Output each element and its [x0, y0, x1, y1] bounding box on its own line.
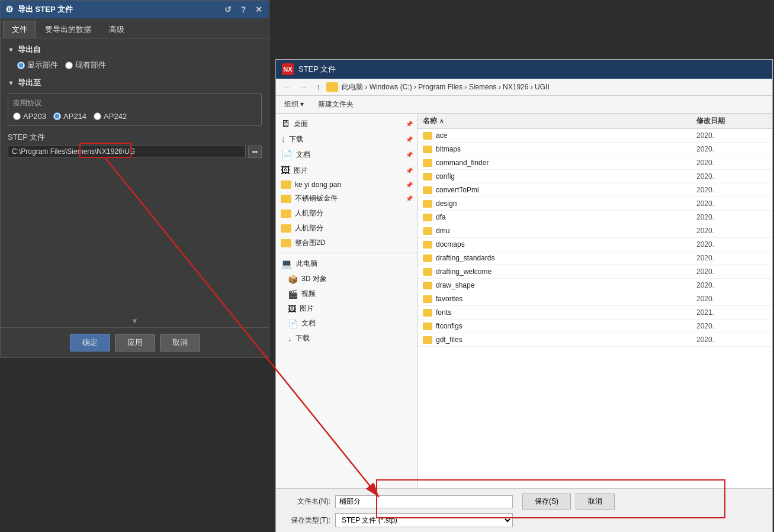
col-name-label: 名称: [423, 116, 437, 126]
file-row-config[interactable]: config 2020.: [418, 170, 772, 183]
tree-item-keyidongpan[interactable]: ke yi dong pan 📌: [276, 178, 417, 191]
close-button[interactable]: ✕: [253, 5, 264, 14]
new-folder-button[interactable]: 新建文件夹: [314, 98, 357, 111]
tab-file[interactable]: 文件: [3, 21, 36, 38]
tree-item-video-label: 视频: [301, 289, 316, 299]
fb-main: 🖥 桌面 📌 ↓ 下载 📌 📄 文档 📌 🖼 图片 📌 ke y: [276, 114, 772, 488]
folder-icon-command-finder: [423, 159, 432, 167]
file-date-gdt-files: 2020.: [696, 336, 767, 344]
file-row-dmu[interactable]: dmu 2020.: [418, 224, 772, 238]
radio-display-part-input[interactable]: [17, 62, 25, 69]
help-button[interactable]: ?: [238, 5, 249, 14]
doc2-icon: 📄: [288, 319, 298, 328]
filetype-select[interactable]: STEP 文件 (*.stp): [335, 513, 513, 527]
pin-icon-0: 📌: [406, 121, 413, 127]
fb-file-list-header: 名称 ∧ 修改日期: [418, 114, 772, 129]
video-icon: 🎬: [288, 289, 298, 299]
filetype-row: 保存类型(T): STEP 文件 (*.stp): [283, 513, 765, 527]
browse-button[interactable]: ▪▪: [248, 146, 262, 158]
tree-item-integrated[interactable]: 整合图2D: [276, 236, 417, 250]
file-row-favorites[interactable]: favorites 2020.: [418, 292, 772, 306]
organize-button[interactable]: 组织 ▾: [281, 98, 307, 111]
file-row-command-finder[interactable]: command_finder 2020.: [418, 156, 772, 170]
tree-item-3d-label: 3D 对象: [301, 274, 327, 284]
apply-button[interactable]: 应用: [115, 334, 155, 352]
folder-icon-ace: [423, 132, 432, 140]
radio-ap242[interactable]: AP242: [94, 112, 127, 121]
tree-item-downloads[interactable]: ↓ 下载 📌: [276, 131, 417, 147]
file-row-ace[interactable]: ace 2020.: [418, 129, 772, 143]
tree-item-downloads2[interactable]: ↓ 下载: [276, 331, 417, 346]
radio-ap214[interactable]: AP214: [53, 112, 86, 121]
cancel-button-fb[interactable]: 取消: [576, 494, 615, 510]
dialog-footer: 确定 应用 取消: [1, 327, 269, 357]
folder-icon-ftconfigs: [423, 323, 432, 330]
file-row-drafting-standards[interactable]: drafting_standards 2020.: [418, 252, 772, 265]
radio-ap242-input[interactable]: [94, 112, 101, 120]
col-name-header[interactable]: 名称 ∧: [423, 116, 696, 126]
cancel-button-left[interactable]: 取消: [160, 334, 200, 352]
file-name-draw-shape: draw_shape: [423, 281, 696, 289]
step-file-input[interactable]: [8, 145, 246, 158]
tab-advanced[interactable]: 高级: [100, 21, 133, 38]
file-date-fonts: 2021.: [696, 308, 767, 317]
file-browser-dialog: NX STEP 文件 ← → ↑ 此电脑 › Windows (C:) › Pr…: [275, 59, 773, 532]
reset-button[interactable]: ↺: [223, 5, 233, 14]
radio-existing-part[interactable]: 现有部件: [65, 60, 106, 70]
export-to-header: ▼ 导出至: [8, 78, 262, 88]
tree-item-docs2[interactable]: 📄 文档: [276, 316, 417, 331]
radio-ap203-label: AP203: [23, 112, 46, 121]
folder-icon-8: [281, 239, 291, 247]
tree-item-video[interactable]: 🎬 视频: [276, 286, 417, 301]
file-row-dfa[interactable]: dfa 2020.: [418, 211, 772, 224]
tree-item-docs[interactable]: 📄 文档 📌: [276, 147, 417, 163]
tree-item-desktop[interactable]: 🖥 桌面 📌: [276, 116, 417, 131]
tab-export-data[interactable]: 要导出的数据: [36, 21, 100, 38]
tree-item-hrpart2-label: 人机部分: [295, 223, 323, 233]
radio-existing-part-input[interactable]: [65, 62, 73, 69]
tree-item-stainless[interactable]: 不锈钢钣金件 📌: [276, 191, 417, 206]
file-row-draw-shape[interactable]: draw_shape 2020.: [418, 279, 772, 292]
tree-item-hrpart2[interactable]: 人机部分: [276, 221, 417, 236]
radio-display-part[interactable]: 显示部件: [17, 60, 58, 70]
up-button[interactable]: ↑: [314, 81, 323, 93]
file-date-ace: 2020.: [696, 131, 767, 140]
file-row-fonts[interactable]: fonts 2021.: [418, 306, 772, 320]
pictures-icon: 🖼: [281, 165, 290, 176]
tree-item-pictures[interactable]: 🖼 图片 📌: [276, 163, 417, 178]
export-from-radio-group: 显示部件 现有部件: [8, 60, 262, 70]
tree-item-pictures2[interactable]: 🖼 图片: [276, 301, 417, 316]
folder-icon-gdt-files: [423, 336, 432, 344]
tree-item-desktop-label: 桌面: [294, 119, 308, 129]
ok-button[interactable]: 确定: [70, 334, 110, 352]
forward-button[interactable]: →: [297, 81, 310, 93]
radio-ap242-label: AP242: [104, 112, 127, 121]
file-row-bitmaps[interactable]: bitmaps 2020.: [418, 143, 772, 156]
fb-bottom-bar: 文件名(N): 保存(S) 取消 保存类型(T): STEP 文件 (*.stp…: [276, 488, 772, 532]
file-row-gdt-files[interactable]: gdt_files 2020.: [418, 333, 772, 347]
filename-label: 文件名(N):: [283, 496, 330, 507]
file-row-drafting-welcome[interactable]: drafting_welcome 2020.: [418, 265, 772, 279]
save-button[interactable]: 保存(S): [522, 494, 571, 510]
file-row-converttopmi[interactable]: convertToPmi 2020.: [418, 183, 772, 197]
file-name-bitmaps: bitmaps: [423, 145, 696, 153]
radio-ap203[interactable]: AP203: [13, 112, 46, 121]
export-from-header: ▼ 导出自: [8, 44, 262, 55]
file-date-dfa: 2020.: [696, 213, 767, 221]
file-row-design[interactable]: design 2020.: [418, 197, 772, 211]
col-date-header[interactable]: 修改日期: [696, 116, 767, 126]
fb-left-panel: 🖥 桌面 📌 ↓ 下载 📌 📄 文档 📌 🖼 图片 📌 ke y: [276, 114, 418, 488]
step-file-row: ▪▪: [8, 145, 262, 158]
tree-item-thispc[interactable]: 💻 此电脑: [276, 256, 417, 272]
file-row-docmaps[interactable]: docmaps 2020.: [418, 238, 772, 252]
back-button[interactable]: ←: [281, 81, 294, 93]
file-name-config: config: [423, 172, 696, 180]
file-row-ftconfigs[interactable]: ftconfigs 2020.: [418, 320, 772, 333]
breadcrumb-text: 此电脑 › Windows (C:) › Program Files › Sie…: [342, 82, 550, 92]
radio-ap214-input[interactable]: [53, 112, 61, 120]
tree-item-3d[interactable]: 📦 3D 对象: [276, 272, 417, 286]
tree-item-hrpart1[interactable]: 人机部分: [276, 206, 417, 221]
filename-input[interactable]: [335, 495, 513, 508]
radio-ap203-input[interactable]: [13, 112, 21, 120]
file-date-drafting-standards: 2020.: [696, 254, 767, 262]
